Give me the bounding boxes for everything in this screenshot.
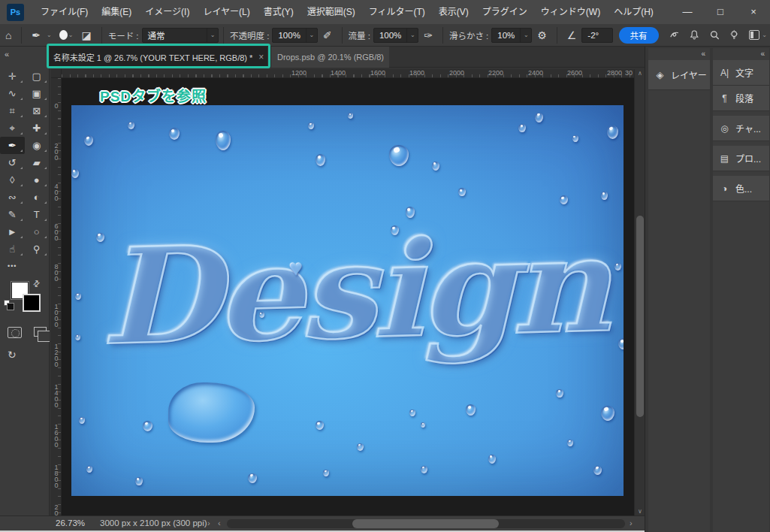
cloud-sync-icon[interactable]: [669, 29, 681, 41]
water-droplet: [560, 195, 568, 204]
menu-item-2[interactable]: イメージ(I): [138, 0, 196, 24]
panel-paragraph[interactable]: ¶段落: [713, 86, 769, 111]
menu-item-10[interactable]: ヘルプ(H): [607, 0, 660, 24]
chevron-down-icon[interactable]: ⌄: [47, 32, 52, 38]
heart-droplet: ♥: [289, 255, 303, 281]
frame-tool[interactable]: ⊠: [25, 102, 50, 119]
panel-label: 色...: [735, 182, 752, 195]
close-tab-icon[interactable]: ×: [258, 52, 264, 62]
menu-item-9[interactable]: ウィンドウ(W): [534, 0, 607, 24]
scroll-up-icon[interactable]: ∧: [635, 70, 645, 77]
quick-mask-icon[interactable]: [8, 327, 22, 338]
menu-item-4[interactable]: 書式(Y): [257, 0, 300, 24]
menu-item-1[interactable]: 編集(E): [95, 0, 138, 24]
divider: [101, 27, 102, 44]
collapse-panel-icon[interactable]: «: [760, 50, 765, 58]
bell-icon[interactable]: [689, 29, 700, 41]
search-icon[interactable]: [709, 29, 720, 41]
divider: [342, 27, 343, 44]
background-color-swatch[interactable]: [23, 294, 41, 312]
menu-item-8[interactable]: プラグイン: [476, 0, 534, 24]
zoom-level-field[interactable]: 26.73%: [56, 518, 85, 527]
document-tab-drops-psb[interactable]: Drops.psb @ 20.1% (RGB/8) ×: [270, 47, 389, 68]
clone-stamp-tool[interactable]: ◉: [25, 137, 50, 154]
pen-tool[interactable]: ✎: [0, 206, 25, 223]
flow-dropdown[interactable]: 100% ⌄: [373, 28, 418, 43]
home-icon[interactable]: ⌂: [0, 29, 17, 41]
gear-icon[interactable]: ⚙: [532, 29, 552, 41]
menu-item-3[interactable]: レイヤー(L): [196, 0, 256, 24]
panel-properties[interactable]: ▤プロ...: [713, 146, 769, 171]
design-water-text: Design: [98, 207, 608, 374]
eyedropper-tool[interactable]: ⌖: [0, 119, 25, 137]
brush-tool-preset-icon[interactable]: ✒: [26, 29, 46, 41]
workspace-switcher-icon[interactable]: [749, 30, 760, 40]
airbrush-icon[interactable]: ✑: [418, 29, 438, 41]
chevron-down-icon[interactable]: ⌄: [68, 32, 74, 38]
brush-size-preview[interactable]: [59, 30, 68, 40]
minimize-button[interactable]: —: [671, 0, 704, 24]
opacity-dropdown[interactable]: 100% ⌄: [272, 28, 317, 43]
default-colors-icon[interactable]: [4, 300, 10, 306]
panel-adjustments-icon: ◑: [719, 183, 730, 194]
menu-item-5[interactable]: 選択範囲(S): [300, 0, 362, 24]
pressure-opacity-icon[interactable]: ✐: [318, 29, 337, 41]
smoothing-dropdown[interactable]: 10% ⌄: [491, 28, 532, 43]
scroll-left-icon[interactable]: ‹: [218, 518, 221, 527]
divider: [223, 27, 224, 44]
swap-colors-icon[interactable]: ⇄: [31, 278, 43, 290]
history-brush-tool[interactable]: ↺: [0, 154, 25, 171]
brush-tool[interactable]: ✒: [0, 137, 25, 154]
dodge-tool[interactable]: ◐: [25, 189, 50, 206]
type-tool[interactable]: T: [25, 206, 50, 223]
ruler-label: 200: [52, 142, 60, 160]
maximize-button[interactable]: □: [704, 0, 737, 24]
shape-tool[interactable]: ○: [25, 223, 50, 240]
vertical-scrollbar[interactable]: ∧ ∨: [634, 69, 645, 515]
chevron-down-icon: ⌄: [207, 29, 218, 42]
menu-item-6[interactable]: フィルター(T): [362, 0, 432, 24]
document-tab-untitled[interactable]: 名称未設定 1 @ 26.7% (YOUR TEXT HERE, RGB/8) …: [50, 47, 267, 68]
gradient-tool[interactable]: ◊: [0, 171, 25, 189]
ruler-label: 2800: [607, 69, 622, 77]
toggle-brush-panel-icon[interactable]: ◪: [77, 29, 97, 41]
horizontal-scrollbar-thumb[interactable]: [352, 519, 499, 528]
vertical-scrollbar-thumb[interactable]: [636, 216, 644, 417]
lasso-tool[interactable]: ∿: [0, 85, 25, 102]
mode-dropdown[interactable]: 通常 ⌄: [142, 28, 219, 43]
menu-item-0[interactable]: ファイル(F): [34, 0, 95, 24]
zoom-tool[interactable]: ⚲: [25, 240, 50, 258]
share-button[interactable]: 共有: [619, 27, 659, 44]
status-chevron-icon[interactable]: ›: [207, 518, 210, 527]
horizontal-scrollbar[interactable]: [227, 519, 625, 528]
panel-character[interactable]: A|文字: [713, 60, 769, 86]
close-button[interactable]: ×: [737, 0, 770, 24]
eraser-tool[interactable]: ▰: [25, 154, 50, 171]
ruler-label: 0: [52, 102, 60, 108]
panel-adjustments[interactable]: ◑色...: [713, 176, 769, 201]
object-selection-tool[interactable]: ▣: [25, 85, 50, 102]
marquee-tool[interactable]: ▢: [25, 68, 50, 85]
canvas-viewport[interactable]: Design ♥: [62, 78, 634, 515]
angle-field[interactable]: -2°: [581, 28, 612, 43]
collapse-panel-icon[interactable]: «: [701, 50, 705, 58]
scroll-right-icon[interactable]: ›: [630, 518, 633, 527]
edit-toolbar-button[interactable]: •••: [0, 258, 49, 274]
blur-tool[interactable]: ●: [25, 171, 50, 189]
chevron-down-icon[interactable]: ⌄: [762, 32, 767, 38]
panel-layers[interactable]: ◈ レイヤー: [648, 60, 710, 90]
screen-mode-icon[interactable]: [34, 327, 47, 337]
menu-item-7[interactable]: 表示(V): [432, 0, 476, 24]
path-selection-tool[interactable]: ►: [0, 223, 25, 240]
lightbulb-icon[interactable]: [729, 29, 740, 41]
smudge-tool[interactable]: ∾: [0, 189, 25, 206]
panel-channels[interactable]: ◎チャ...: [713, 116, 769, 141]
healing-brush-tool[interactable]: ✚: [25, 119, 50, 137]
scroll-down-icon[interactable]: ∨: [635, 508, 645, 515]
crop-tool[interactable]: ⌗: [0, 102, 25, 119]
move-tool[interactable]: ✛: [0, 68, 25, 85]
hand-tool[interactable]: ☝: [0, 240, 25, 258]
document-image[interactable]: Design ♥: [71, 105, 624, 496]
rotate-view-icon[interactable]: ↻: [8, 349, 17, 361]
collapse-toolbar-icon[interactable]: «: [0, 47, 49, 59]
